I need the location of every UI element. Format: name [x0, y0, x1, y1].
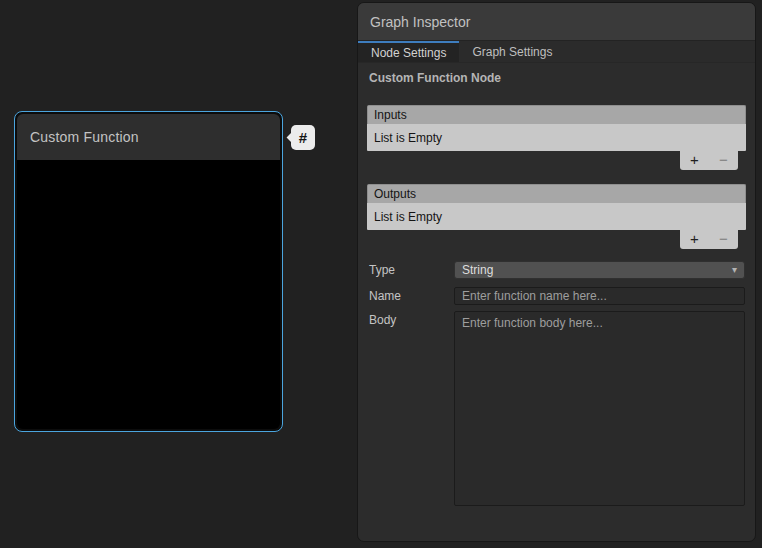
panel-title-bar[interactable]: Graph Inspector [358, 3, 755, 41]
name-field-row: Name [369, 287, 745, 305]
inputs-list-empty-row: List is Empty [367, 124, 746, 151]
outputs-list: Outputs List is Empty + − [367, 184, 746, 249]
tab-node-settings[interactable]: Node Settings [358, 41, 459, 62]
outputs-list-empty-label: List is Empty [374, 210, 442, 224]
type-dropdown[interactable]: String ▾ [454, 261, 745, 279]
graph-canvas[interactable]: Custom Function # Graph Inspector Node S… [0, 0, 762, 548]
node-body [17, 160, 280, 429]
type-label: Type [369, 261, 454, 279]
node-title: Custom Function [30, 129, 139, 145]
panel-content: Custom Function Node Inputs List is Empt… [358, 71, 755, 506]
outputs-list-header-label: Outputs [374, 187, 416, 201]
inputs-list: Inputs List is Empty + − [367, 105, 746, 170]
dropdown-arrow-icon: ▾ [732, 265, 737, 275]
type-field-row: Type String ▾ [369, 261, 745, 279]
custom-function-node[interactable]: Custom Function [14, 111, 283, 432]
outputs-list-footer: + − [367, 230, 746, 249]
function-name-input[interactable] [454, 287, 745, 305]
inputs-list-buttons: + − [680, 151, 738, 170]
panel-title: Graph Inspector [370, 14, 470, 30]
remove-input-button[interactable]: − [719, 152, 728, 167]
hash-badge[interactable]: # [291, 125, 315, 150]
hash-icon: # [299, 129, 307, 146]
outputs-list-empty-row: List is Empty [367, 203, 746, 230]
name-label: Name [369, 287, 454, 305]
section-title: Custom Function Node [369, 71, 745, 85]
inputs-list-empty-label: List is Empty [374, 131, 442, 145]
inputs-list-header-label: Inputs [374, 108, 407, 122]
type-dropdown-value: String [462, 263, 493, 277]
add-input-button[interactable]: + [690, 152, 699, 167]
node-header[interactable]: Custom Function [17, 114, 280, 160]
body-label: Body [369, 311, 454, 329]
remove-output-button[interactable]: − [719, 231, 728, 246]
add-output-button[interactable]: + [690, 231, 699, 246]
tab-node-settings-label: Node Settings [371, 46, 446, 60]
outputs-list-header: Outputs [367, 184, 746, 203]
inputs-list-footer: + − [367, 151, 746, 170]
inputs-list-header: Inputs [367, 105, 746, 124]
tab-graph-settings[interactable]: Graph Settings [459, 41, 565, 62]
tab-graph-settings-label: Graph Settings [472, 45, 552, 59]
outputs-list-buttons: + − [680, 230, 738, 249]
graph-inspector-panel: Graph Inspector Node Settings Graph Sett… [357, 2, 756, 542]
tab-bar: Node Settings Graph Settings [358, 41, 755, 63]
function-body-textarea[interactable] [454, 311, 745, 506]
body-field-row: Body [369, 311, 745, 506]
